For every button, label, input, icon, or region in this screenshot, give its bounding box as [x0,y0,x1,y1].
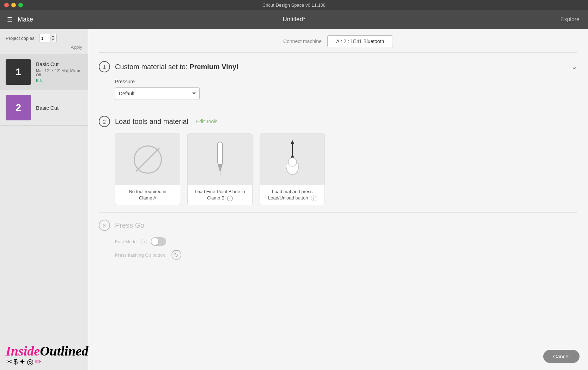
press-go-spinner-icon: ↻ [171,250,181,260]
navbar-left: ☰ Make [7,16,33,23]
tools-grid: No tool required inClamp A [99,133,577,205]
navbar: ☰ Make Untitled* Explore [0,10,588,29]
blade-info-icon[interactable]: i [227,196,233,201]
step-1-title-prefix: Custom material set to: [115,63,188,71]
mat-item-2[interactable]: 2 Basic Cut [0,90,88,126]
pressure-select[interactable]: Default More Less [115,87,200,100]
copies-stepper: ▲ ▼ [50,34,55,42]
mat-thumbnail-1: 1 [6,59,31,85]
explore-button[interactable]: Explore [560,16,580,23]
copies-increment-button[interactable]: ▲ [50,34,55,38]
step-1-title: Custom material set to: Premium Vinyl [115,63,238,71]
svg-point-7 [288,158,297,166]
copies-input-wrapper: ▲ ▼ [39,34,57,42]
svg-marker-1 [218,164,223,173]
mat-item-1-detail: Mat, 12" × 12" Mat, Mirror Off [36,68,82,77]
scissors-icon: ✂ [6,357,12,366]
fast-mode-info-icon: i [141,239,147,244]
step-1-number: 1 [99,61,110,72]
mat-item-1[interactable]: 1 Basic Cut Mat, 12" × 12" Mat, Mirror O… [0,54,88,90]
pen-icon: ✏ [35,357,41,366]
mat-item-1-label: Basic Cut [36,61,82,67]
pressure-label: Pressure [115,79,577,84]
step-1-chevron-icon[interactable]: ⌄ [571,62,577,71]
connect-machine-label: Connect machine [283,38,322,44]
svg-rect-0 [218,142,223,165]
watermark: InsideOutlined ✂ $ ✦ ◎ ✏ [0,340,94,370]
content-area: Connect machine Air 2 : 1E41 Bluetooth 1… [88,29,588,370]
project-copies-section: Project copies: ▲ ▼ Apply [0,29,88,54]
no-tool-icon [134,145,162,174]
step-3-number: 3 [99,220,110,231]
mat-item-1-info: Basic Cut Mat, 12" × 12" Mat, Mirror Off… [36,61,82,83]
main-layout: Project copies: ▲ ▼ Apply 1 Basic Cut Ma… [0,29,588,370]
target-icon: ◎ [27,357,34,366]
connect-machine-bar: Connect machine Air 2 : 1E41 Bluetooth [99,29,577,53]
sidebar: Project copies: ▲ ▼ Apply 1 Basic Cut Ma… [0,29,88,370]
mat-item-2-info: Basic Cut [36,105,59,111]
app-title: Cricut Design Space v6.11.108 [262,2,326,8]
tool-card-no-tool: No tool required inClamp A [115,133,180,205]
mat-thumbnail-2: 2 [6,95,31,120]
copies-input[interactable] [40,36,50,41]
tool-card-3-label: Load mat and press Load/Unload button i [260,185,325,205]
cancel-button[interactable]: Cancel [543,350,580,363]
watermark-outlined: Outlined [40,344,88,358]
step-1-header: 1 Custom material set to: Premium Vinyl … [99,61,577,72]
step-1-title-bold: Premium Vinyl [189,63,238,71]
apply-button[interactable]: Apply [71,44,82,50]
step-2-number: 2 [99,116,110,127]
fast-mode-row: Fast Mode i [99,237,577,246]
mat-item-2-label: Basic Cut [36,105,59,111]
navbar-make-label: Make [18,16,33,23]
project-copies-label: Project copies: [6,36,36,41]
titlebar: Cricut Design Space v6.11.108 [0,0,588,10]
mat-hand-svg [269,137,315,183]
blade-svg [213,140,227,179]
tool-card-1-image [115,134,180,185]
press-go-text-row: Press flashing Go button. ↻ [99,250,577,260]
press-go-text: Press flashing Go button. [115,252,166,258]
toggle-knob [151,238,158,245]
tool-card-1-label: No tool required inClamp A [115,185,180,205]
step-3-header: 3 Press Go [99,220,577,231]
tool-card-3-image [260,134,325,185]
fast-mode-toggle[interactable] [151,237,166,246]
tool-card-blade: Load Fine-Point Blade in Clamp B i [187,133,253,205]
hamburger-icon[interactable]: ☰ [7,16,13,23]
step-2-header: 2 Load tools and material Edit Tools [99,116,577,127]
dollar-icon: $ [13,357,18,366]
window-controls[interactable] [4,3,23,7]
fast-mode-label: Fast Mode [115,239,137,244]
tool-card-2-image [188,134,252,185]
blade-icon [213,140,227,179]
watermark-inside: Inside [6,344,40,358]
svg-marker-4 [291,140,294,144]
close-button[interactable] [4,3,9,7]
minimize-button[interactable] [11,3,16,7]
navbar-title: Untitled* [283,16,305,23]
step-3-title: Press Go [115,221,144,229]
step-2-title: Load tools and material [115,118,188,126]
tool-card-mat: Load mat and press Load/Unload button i [260,133,325,205]
mat-item-1-edit[interactable]: Edit [36,78,43,83]
star-icon: ✦ [19,357,25,366]
pressure-section: Pressure Default More Less [99,79,577,100]
step-3-section: 3 Press Go Fast Mode i Press flashing Go… [99,213,577,267]
connect-machine-button[interactable]: Air 2 : 1E41 Bluetooth [327,35,393,47]
edit-tools-button[interactable]: Edit Tools [196,119,217,124]
step-2-section: 2 Load tools and material Edit Tools No … [99,107,577,213]
step-1-section: 1 Custom material set to: Premium Vinyl … [99,53,577,107]
mat-info-icon[interactable]: i [311,196,316,201]
maximize-button[interactable] [18,3,23,7]
tool-card-2-label: Load Fine-Point Blade in Clamp B i [188,185,252,205]
copies-decrement-button[interactable]: ▼ [50,38,55,43]
